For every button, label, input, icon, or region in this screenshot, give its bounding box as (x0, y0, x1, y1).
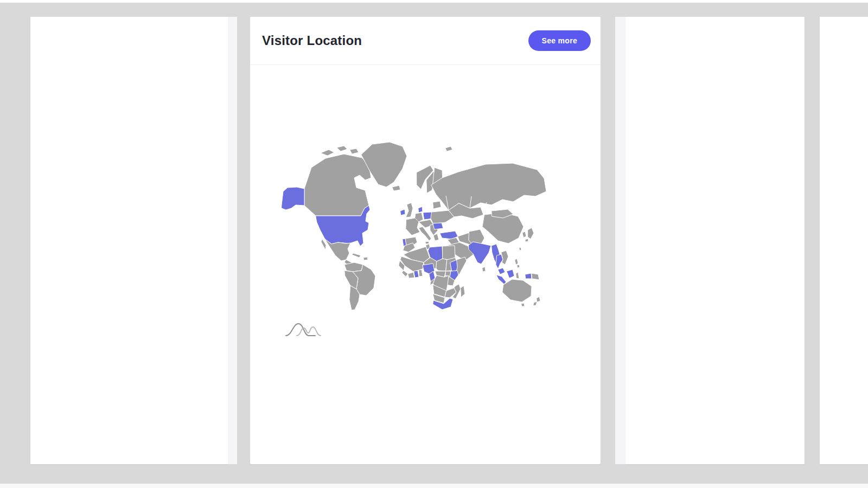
curves-doodle-icon (285, 321, 323, 337)
countries-group[interactable] (282, 142, 546, 310)
visitor-location-card: Visitor Location See more (250, 17, 601, 464)
card-header: Visitor Location See more (250, 17, 601, 65)
right-panel (626, 17, 805, 464)
panel-edge-strip-right (615, 17, 626, 464)
world-map[interactable] (279, 137, 548, 311)
card-title: Visitor Location (262, 33, 362, 48)
card-header-divider (250, 65, 601, 65)
see-more-button[interactable]: See more (528, 30, 591, 51)
left-panel (30, 17, 228, 464)
panel-edge-strip-left (228, 17, 237, 464)
far-right-panel (820, 17, 868, 464)
next-row-card-edge (0, 484, 868, 488)
